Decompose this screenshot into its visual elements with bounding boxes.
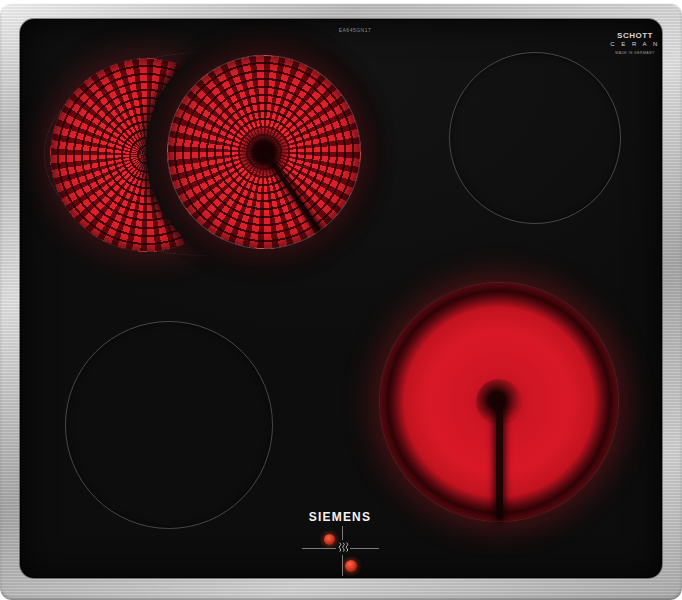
heating-element-sensor-rod xyxy=(262,151,321,233)
schott-ceran-logo-line2: C E R A N xyxy=(608,41,662,49)
heating-element-sensor-rod xyxy=(496,402,503,520)
siemens-logo: SIEMENS xyxy=(270,510,410,524)
schott-ceran-logo-line1: SCHOTT xyxy=(608,31,662,41)
schott-ceran-logo: SCHOTT C E R A N MADE IN GERMANY xyxy=(608,31,662,55)
cooking-zone-rear-right xyxy=(449,52,621,224)
residual-heat-indicator-dot xyxy=(324,534,335,545)
cooking-zone-rear-left-inner-coil xyxy=(167,55,361,249)
cooking-zone-front-left xyxy=(65,321,273,529)
schott-ceran-logo-line3: MADE IN GERMANY xyxy=(608,51,662,55)
product-photo: EA645GN17 SCHOTT C E R A N MADE IN GERMA… xyxy=(0,0,682,600)
control-crosshair-left-line xyxy=(302,548,336,549)
ceramic-glass-surface: EA645GN17 SCHOTT C E R A N MADE IN GERMA… xyxy=(20,19,662,578)
hob-frame: EA645GN17 SCHOTT C E R A N MADE IN GERMA… xyxy=(0,3,682,600)
residual-heat-icon xyxy=(336,540,350,555)
residual-heat-indicator-dot xyxy=(345,560,357,572)
control-crosshair-right-line xyxy=(349,548,379,549)
cooking-zone-front-right xyxy=(380,283,618,521)
model-label: EA645GN17 xyxy=(300,27,410,33)
